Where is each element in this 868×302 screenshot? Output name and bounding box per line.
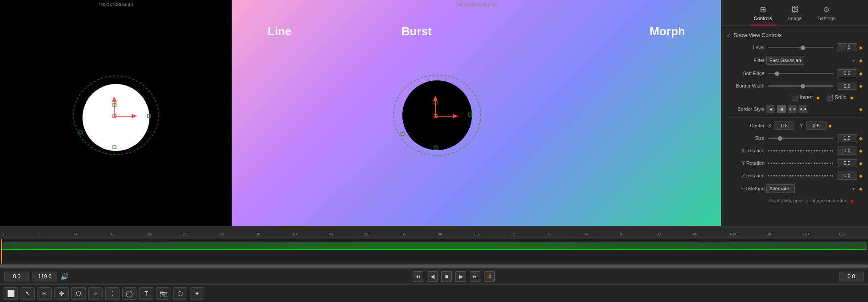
ruler-mark-110: 110 — [802, 232, 809, 236]
solid-label: Solid — [835, 94, 847, 101]
settings-icon: ⚙ — [823, 5, 830, 14]
border-arrow-1[interactable]: ◄ — [766, 105, 775, 113]
current-time-display[interactable] — [839, 272, 864, 281]
ruler-mark-15: 15 — [110, 232, 115, 236]
show-view-checkmark: ✓ — [727, 32, 731, 38]
x-rotation-label: X Rotation — [727, 148, 765, 153]
tab-image[interactable]: 🖼 Image — [785, 4, 806, 25]
soft-edge-keyframe[interactable]: ◆ — [859, 71, 863, 76]
size-keyframe[interactable]: ◆ — [859, 136, 863, 141]
fill-method-select[interactable]: Alternate Winding Even-Odd — [766, 184, 795, 193]
tool-scatter[interactable]: ⁚ — [105, 287, 120, 300]
loop-button[interactable]: ↺ — [484, 271, 495, 282]
border-width-label: Border Width — [727, 83, 765, 88]
right-click-hint-row[interactable]: Right-click here for shape animation ◆ — [727, 195, 863, 206]
tool-effect[interactable]: ✦ — [190, 287, 204, 300]
level-slider[interactable] — [768, 47, 833, 48]
svg-rect-5 — [79, 131, 82, 134]
ruler-mark-95: 95 — [693, 232, 697, 236]
tab-settings[interactable]: ⚙ Settings — [814, 4, 839, 25]
level-input[interactable] — [837, 43, 857, 51]
tool-particles[interactable]: ⁘ — [88, 287, 103, 300]
tab-settings-label: Settings — [818, 16, 835, 21]
fill-method-keyframe[interactable]: ◆ — [859, 186, 863, 191]
z-rotation-keyframe[interactable]: ◆ — [859, 173, 863, 178]
border-style-keyframe[interactable]: ◆ — [859, 107, 863, 112]
filter-select[interactable]: Fast Gaussian Gaussian Box None — [766, 56, 804, 65]
center-keyframe[interactable]: ◆ — [828, 123, 832, 128]
ruler-mark-30: 30 — [219, 232, 224, 236]
left-preview-panel: 1920x1080xint8 — [0, 0, 232, 226]
ruler-mark-85: 85 — [620, 232, 624, 236]
stop-button[interactable]: ■ — [441, 271, 452, 282]
tool-rect[interactable]: ⬜ — [4, 287, 18, 300]
tool-text[interactable]: T — [139, 287, 153, 300]
center-y-input[interactable] — [806, 122, 827, 130]
tool-magic[interactable]: ⬡ — [71, 287, 86, 300]
tool-select[interactable]: ↖ — [21, 287, 35, 300]
x-rotation-input[interactable] — [837, 147, 857, 155]
ruler-mark-45: 45 — [329, 232, 333, 236]
tab-controls-label: Controls — [754, 16, 772, 21]
border-width-input[interactable] — [837, 82, 857, 90]
filter-keyframe[interactable]: ◆ — [859, 58, 863, 63]
timeline-scrollbar[interactable] — [0, 264, 868, 268]
x-rotation-slider[interactable] — [768, 150, 833, 151]
filter-dropdown-wrapper: Fast Gaussian Gaussian Box None ▾ — [766, 56, 857, 65]
volume-icon[interactable]: 🔊 — [61, 273, 68, 280]
center-x-input[interactable] — [774, 122, 794, 130]
solid-keyframe[interactable]: ◆ — [850, 95, 854, 100]
tool-scissors[interactable]: ✂ — [37, 287, 52, 300]
level-label: Level — [727, 45, 765, 50]
z-rotation-input[interactable] — [837, 172, 857, 180]
tab-controls[interactable]: ⊞ Controls — [750, 4, 776, 25]
timeline-area: 0 5 10 15 20 25 30 35 40 45 50 55 60 65 … — [0, 226, 868, 284]
border-arrow-2[interactable]: ◄ — [777, 105, 786, 113]
z-rotation-row: Z Rotation ◆ — [727, 169, 863, 182]
burst-label: Burst — [401, 25, 432, 38]
invert-label: Invert — [799, 94, 813, 101]
tool-camera[interactable]: 📷 — [156, 287, 170, 300]
border-arrow-4[interactable]: ◄◄ — [798, 105, 807, 113]
tool-shape[interactable]: ◯ — [122, 287, 136, 300]
invert-keyframe[interactable]: ◆ — [816, 95, 820, 100]
fill-method-row: Fill Method Alternate Winding Even-Odd ▾… — [727, 182, 863, 195]
border-arrow-3[interactable]: ◄◄ — [788, 105, 797, 113]
step-back-button[interactable]: ◀ — [427, 271, 438, 282]
end-time-display[interactable] — [33, 272, 57, 281]
border-width-keyframe[interactable]: ◆ — [859, 84, 863, 88]
y-rotation-input[interactable] — [837, 159, 857, 167]
ruler-mark-115: 115 — [839, 232, 845, 236]
tool-model[interactable]: ⬡ — [173, 287, 187, 300]
level-row: Level ◆ — [727, 41, 863, 54]
y-rotation-slider[interactable] — [768, 163, 833, 164]
skip-to-start-button[interactable]: ⏮ — [413, 271, 423, 282]
soft-edge-slider[interactable] — [768, 73, 833, 74]
ruler-mark-75: 75 — [547, 232, 552, 236]
timeline-scroll-thumb — [0, 264, 868, 268]
start-time-display[interactable] — [4, 272, 29, 281]
soft-edge-input[interactable] — [837, 69, 857, 77]
border-width-slider[interactable] — [768, 85, 833, 87]
play-button[interactable]: ▶ — [455, 271, 466, 282]
playhead — [1, 239, 2, 264]
invert-checkbox[interactable] — [792, 95, 798, 101]
timeline-tracks[interactable] — [0, 239, 868, 264]
x-rotation-keyframe[interactable]: ◆ — [859, 148, 863, 153]
z-rotation-slider[interactable] — [768, 175, 833, 176]
show-view-label: Show View Controls — [734, 32, 781, 38]
size-slider[interactable] — [768, 138, 833, 139]
skip-to-end-button[interactable]: ⏭ — [470, 271, 480, 282]
tool-move[interactable]: ✥ — [54, 287, 69, 300]
y-rotation-keyframe[interactable]: ◆ — [859, 161, 863, 166]
center-row: Center X Y ◆ — [727, 119, 863, 132]
level-keyframe[interactable]: ◆ — [859, 45, 863, 50]
soft-edge-row: Soft Edge ◆ — [727, 67, 863, 80]
invert-solid-row: Invert ◆ ✓ Solid ◆ — [727, 92, 863, 103]
solid-checkbox[interactable]: ✓ — [827, 95, 833, 101]
timeline-track-bar — [1, 242, 867, 250]
ruler-mark-35: 35 — [256, 232, 260, 236]
ruler-mark-105: 105 — [766, 232, 773, 236]
size-input[interactable] — [837, 134, 857, 142]
ruler-mark-80: 80 — [583, 232, 588, 236]
